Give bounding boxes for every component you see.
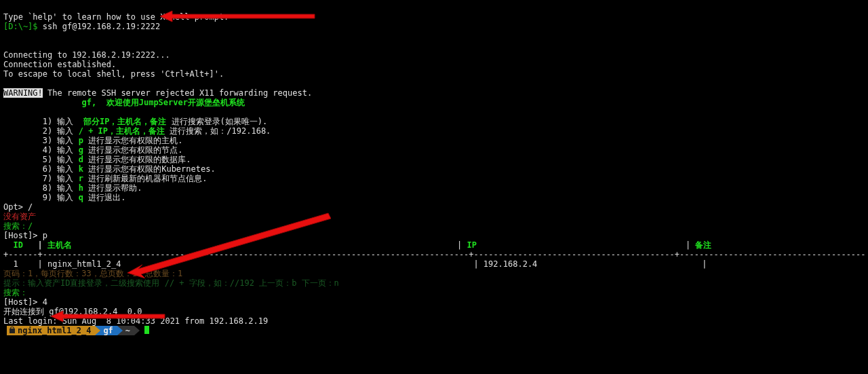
hdr-note: | 备注 xyxy=(686,240,711,250)
table-header: ID | 主机名 xyxy=(3,240,72,250)
start-connect: 开始连接到 gf@192.168.2.4 0.0 xyxy=(3,307,142,316)
last-login: Last login: Sun Aug 8 10:04:33 2021 from… xyxy=(3,316,268,326)
escape-line: To escape to local shell, press 'Ctrl+Al… xyxy=(3,69,224,79)
menu-item-3: 3) 输入 p 进行显示您有权限的主机. xyxy=(43,136,183,145)
help-line: Type `help' to learn how to use Xshell p… xyxy=(3,12,229,22)
chevron-right-icon xyxy=(117,326,123,335)
hint-line: 提示：输入资产ID直接登录，二级搜索使用 // + 字段，如：//192 上一页… xyxy=(3,278,339,288)
hdr-ip: | IP xyxy=(457,240,477,250)
page-info: 页码：1，每页行数：33，总页数：1，总数量：1 xyxy=(3,269,182,278)
search-line-1: 搜索：/ xyxy=(3,221,33,231)
host-prompt-2: [Host]> 4 xyxy=(3,297,47,307)
established-line: Connection established. xyxy=(3,60,116,69)
menu-item-1: 1) 输入 部分IP，主机名，备注 进行搜索登录(如果唯一). xyxy=(43,117,268,126)
terminal[interactable]: Type `help' to learn how to use Xshell p… xyxy=(0,0,868,345)
menu-item-4: 4) 输入 g 进行显示您有权限的节点. xyxy=(43,145,183,155)
chevron-right-icon xyxy=(95,326,100,335)
host-prompt-1: [Host]> p xyxy=(3,231,47,240)
connecting-line: Connecting to 192.168.2.19:2222... xyxy=(3,50,170,60)
menu-item-2: 2) 输入 / + IP，主机名，备注 进行搜索，如：/192.168. xyxy=(43,126,271,136)
menu-item-6: 6) 输入 k 进行显示您有权限的Kubernetes. xyxy=(43,164,216,174)
chevron-right-icon xyxy=(134,326,140,335)
row-bar: | xyxy=(702,259,707,269)
search-line-2: 搜索： xyxy=(3,288,28,297)
warning-msg: The remote SSH server rejected X11 forwa… xyxy=(43,88,312,98)
menu-item-5: 5) 输入 d 进行显示您有权限的数据库. xyxy=(43,155,191,164)
local-prompt: [D:\~]$ xyxy=(3,22,38,31)
prompt-host-seg: nginx_html1_2_4 xyxy=(7,326,95,335)
welcome-banner: gf, 欢迎使用JumpServer开源堡垒机系统 xyxy=(82,98,245,107)
table-row[interactable]: 1 | nginx_html1_2_4 xyxy=(3,259,121,269)
menu-item-8: 8) 输入 h 进行显示帮助. xyxy=(43,183,142,193)
row-ip: | 192.168.2.4 xyxy=(473,259,537,269)
cursor xyxy=(144,326,149,334)
lock-icon xyxy=(9,329,15,333)
table-divider: +------+--------------------------------… xyxy=(3,250,865,259)
prompt-user-seg: gf xyxy=(100,326,117,335)
menu-item-9: 9) 输入 q 进行退出. xyxy=(43,193,126,202)
opt-prompt: Opt> / xyxy=(3,202,33,212)
warning-label: WARNING! xyxy=(3,88,43,98)
ssh-command: ssh gf@192.168.2.19:2222 xyxy=(38,22,161,31)
shell-prompt-bar[interactable]: nginx_html1_2_4gf~ xyxy=(3,326,865,335)
no-asset-msg: 没有资产 xyxy=(3,212,36,221)
menu-item-7: 7) 输入 r 进行刷新最新的机器和节点信息. xyxy=(43,174,208,183)
prompt-dir-seg: ~ xyxy=(123,326,134,335)
